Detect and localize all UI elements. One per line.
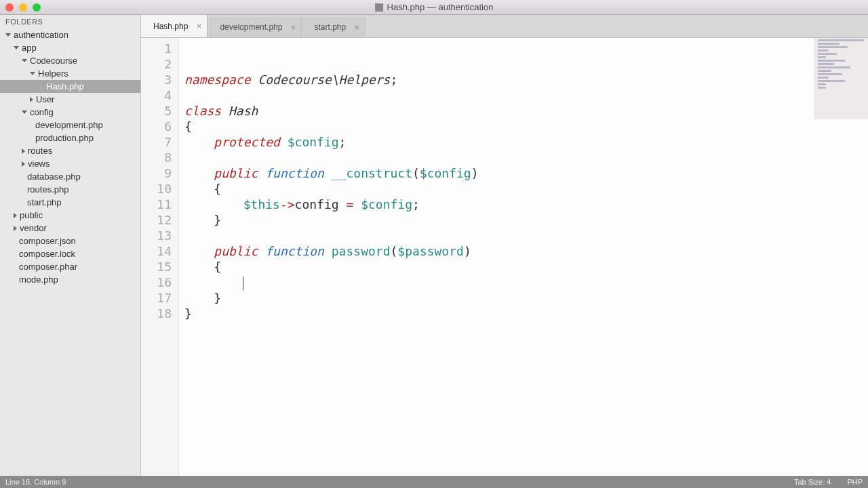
line-number: 12 <box>141 212 172 228</box>
tree-item-label: authentication <box>14 30 68 40</box>
code-line[interactable] <box>184 150 868 165</box>
tree-item-label: Codecourse <box>30 56 77 66</box>
code-content[interactable]: namespace Codecourse\Helpers; class Hash… <box>179 38 868 476</box>
tree-item-production-php[interactable]: production.php <box>0 131 140 144</box>
tree-item-label: composer.json <box>19 236 76 246</box>
close-icon[interactable]: × <box>291 22 296 33</box>
chevron-down-icon <box>30 72 35 75</box>
tree-item-label: start.php <box>27 197 62 207</box>
tree-item-database-php[interactable]: database.php <box>0 170 140 183</box>
close-icon[interactable]: × <box>355 22 360 33</box>
tab-hash-php[interactable]: Hash.php× <box>141 14 208 37</box>
line-number: 18 <box>141 306 172 321</box>
tree-item-public[interactable]: public <box>0 209 140 222</box>
status-language[interactable]: PHP <box>847 478 863 486</box>
chevron-down-icon <box>14 46 19 49</box>
tree-item-label: database.php <box>27 171 81 182</box>
line-number: 2 <box>141 56 172 72</box>
status-position[interactable]: Line 16, Column 9 <box>5 478 66 486</box>
code-line[interactable]: } <box>184 212 868 228</box>
code-area[interactable]: 123456789101112131415161718 namespace Co… <box>141 38 868 476</box>
tree-item-composer-phar[interactable]: composer.phar <box>0 260 140 273</box>
tree-item-label: Hash.php <box>46 81 84 92</box>
line-number: 13 <box>141 228 172 243</box>
tree-item-label: config <box>30 107 54 117</box>
tree-item-label: mode.php <box>19 274 58 285</box>
code-line[interactable] <box>184 41 868 56</box>
sidebar: FOLDERS authenticationappCodecourseHelpe… <box>0 15 141 476</box>
line-number: 3 <box>141 72 172 87</box>
code-line[interactable]: $this->config = $config; <box>184 197 868 212</box>
editor: Hash.php×development.php×start.php× 1234… <box>141 15 868 476</box>
tree-item-composer-lock[interactable]: composer.lock <box>0 247 140 260</box>
code-line[interactable]: { <box>184 181 868 197</box>
tree-item-helpers[interactable]: Helpers <box>0 67 140 80</box>
code-line[interactable]: { <box>184 119 868 134</box>
close-icon[interactable]: × <box>197 21 202 31</box>
tree-item-views[interactable]: views <box>0 157 140 170</box>
tab-start-php[interactable]: start.php× <box>302 17 366 37</box>
tree-item-label: public <box>20 210 43 220</box>
code-line[interactable]: } <box>184 306 868 321</box>
line-number: 7 <box>141 134 172 150</box>
tab-development-php[interactable]: development.php× <box>208 17 302 37</box>
code-line[interactable] <box>184 228 868 243</box>
titlebar: Hash.php — authentication <box>0 0 868 15</box>
code-line[interactable]: protected $config; <box>184 134 868 150</box>
tab-label: development.php <box>220 22 282 32</box>
tree-item-mode-php[interactable]: mode.php <box>0 273 140 286</box>
tree-item-label: routes.php <box>27 184 68 195</box>
tree-item-routes[interactable]: routes <box>0 144 140 157</box>
code-line[interactable]: public function password($password) <box>184 243 868 259</box>
status-bar: Line 16, Column 9 Tab Size: 4 PHP <box>0 476 868 488</box>
line-number: 1 <box>141 41 172 56</box>
code-line[interactable] <box>184 87 868 103</box>
line-number: 6 <box>141 119 172 134</box>
chevron-right-icon <box>22 148 25 154</box>
tab-label: Hash.php <box>153 22 188 31</box>
code-line[interactable]: { <box>184 259 868 274</box>
tree-item-development-php[interactable]: development.php <box>0 119 140 131</box>
tree-item-label: User <box>36 94 54 104</box>
folders-header: FOLDERS <box>0 15 140 28</box>
line-number: 8 <box>141 150 172 165</box>
tree-item-hash-php[interactable]: Hash.php <box>0 80 140 93</box>
tree-item-label: composer.phar <box>19 262 77 272</box>
file-icon <box>375 3 383 12</box>
tree-item-label: composer.lock <box>19 249 75 259</box>
line-number: 11 <box>141 197 172 212</box>
chevron-right-icon <box>14 226 17 231</box>
tree-item-vendor[interactable]: vendor <box>0 222 140 235</box>
window-title-text: Hash.php — authentication <box>387 2 494 12</box>
status-tab-size[interactable]: Tab Size: 4 <box>794 478 831 486</box>
code-line[interactable]: class Hash <box>184 103 868 119</box>
chevron-down-icon <box>5 33 11 37</box>
chevron-right-icon <box>22 161 25 167</box>
tab-bar: Hash.php×development.php×start.php× <box>141 15 868 38</box>
tree-item-codecourse[interactable]: Codecourse <box>0 54 140 67</box>
line-number: 9 <box>141 165 172 181</box>
line-number: 10 <box>141 181 172 197</box>
tree-item-label: development.php <box>35 120 103 130</box>
line-number: 15 <box>141 259 172 274</box>
tree-item-composer-json[interactable]: composer.json <box>0 235 140 247</box>
folder-tree: authenticationappCodecourseHelpersHash.p… <box>0 28 140 286</box>
code-line[interactable] <box>184 56 868 72</box>
tree-item-label: app <box>22 43 37 53</box>
code-line[interactable]: public function __construct($config) <box>184 165 868 181</box>
chevron-right-icon <box>30 97 33 102</box>
minimap[interactable] <box>814 38 868 119</box>
tree-item-start-php[interactable]: start.php <box>0 196 140 209</box>
tree-item-user[interactable]: User <box>0 93 140 106</box>
tree-item-config[interactable]: config <box>0 106 140 119</box>
tree-item-app[interactable]: app <box>0 41 140 54</box>
line-number: 16 <box>141 274 172 290</box>
code-line[interactable]: namespace Codecourse\Helpers; <box>184 72 868 87</box>
chevron-down-icon <box>22 59 27 62</box>
chevron-down-icon <box>22 110 27 114</box>
code-line[interactable] <box>184 274 868 290</box>
tree-item-authentication[interactable]: authentication <box>0 28 140 41</box>
tree-item-routes-php[interactable]: routes.php <box>0 183 140 196</box>
line-number: 5 <box>141 103 172 119</box>
code-line[interactable]: } <box>184 290 868 306</box>
